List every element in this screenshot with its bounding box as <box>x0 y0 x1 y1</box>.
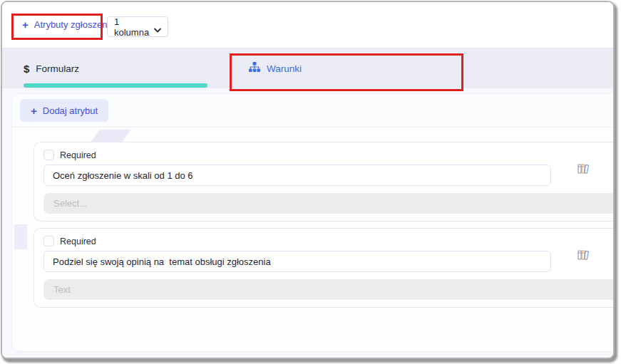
question-input[interactable] <box>43 251 551 272</box>
annotation-box-warunki-tab <box>230 53 463 91</box>
required-label: Required <box>60 236 96 246</box>
add-attribute-button[interactable]: + Dodaj atrybut <box>20 99 108 122</box>
answer-text-placeholder[interactable]: Text <box>43 279 613 300</box>
plus-icon: + <box>31 105 37 116</box>
annotation-box-attributes-button <box>11 14 103 40</box>
columns-dropdown[interactable]: 1 kolumna <box>107 16 168 37</box>
tab-formularz-label: Formularz <box>36 63 79 74</box>
attributes-panel: + Dodaj atrybut Required Select... <box>11 93 613 352</box>
required-row: Required <box>43 236 96 246</box>
question-input[interactable] <box>43 165 551 186</box>
answer-select-placeholder[interactable]: Select... <box>43 193 613 214</box>
dollar-icon: $ <box>24 63 29 75</box>
columns-dropdown-value: 1 kolumna <box>114 16 154 38</box>
app-window: + Atrybuty zgłoszenia 1 kolumna $ Formul… <box>1 1 615 359</box>
active-tab-progress-indicator <box>24 83 207 88</box>
attributes-panel-header: + Dodaj atrybut <box>12 94 613 128</box>
library-books-icon[interactable] <box>576 248 590 262</box>
required-label: Required <box>60 150 96 160</box>
required-checkbox[interactable] <box>43 150 54 160</box>
required-row: Required <box>43 150 96 160</box>
library-books-icon[interactable] <box>576 162 590 176</box>
text-placeholder-text: Text <box>53 284 71 295</box>
required-checkbox[interactable] <box>43 236 54 246</box>
chevron-down-icon <box>154 24 161 29</box>
select-placeholder-text: Select... <box>53 198 87 209</box>
attribute-card-rating: Required Select... <box>34 142 613 222</box>
form-builder-content: + Dodaj atrybut Required Select... <box>2 88 613 358</box>
tab-formularz[interactable]: $ Formularz <box>24 48 79 88</box>
decorative-rect <box>14 224 27 249</box>
add-attribute-label: Dodaj atrybut <box>43 105 98 116</box>
attribute-card-opinion: Required Text <box>34 228 613 308</box>
screenshot-stage: + Atrybuty zgłoszenia 1 kolumna $ Formul… <box>0 0 621 364</box>
